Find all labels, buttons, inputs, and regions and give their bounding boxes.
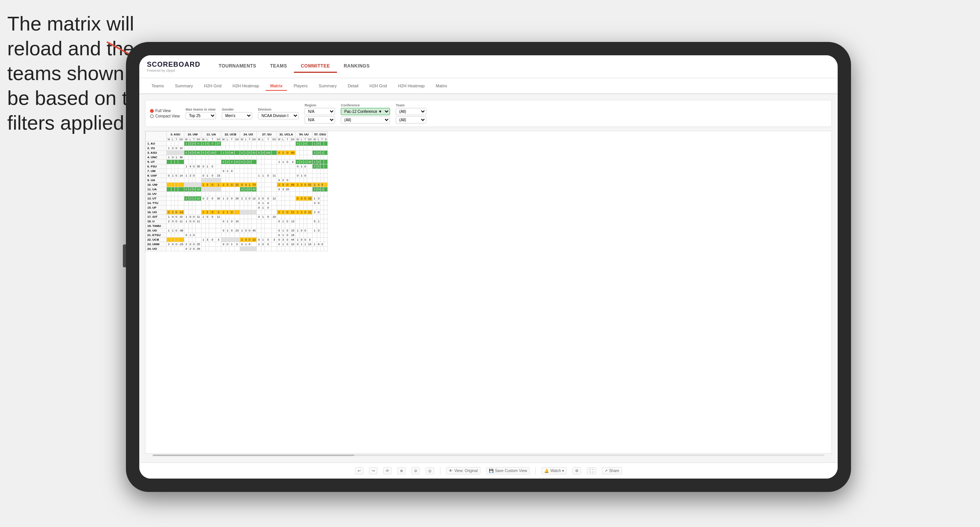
row-uw: 10. UW [146, 183, 167, 187]
row-ug: 20. UG [146, 228, 167, 233]
refresh-icon: ⟳ [386, 469, 389, 473]
table-row: 23. UNM 200-23 20025 0010 010 100 01010 … [146, 242, 328, 247]
col-ua: 11. UA [201, 132, 221, 138]
conference-filter: Conference Pac-12 Conference ▼ (All) (Al… [341, 103, 390, 124]
ucb-dif: Dif [234, 138, 240, 141]
subnav-players[interactable]: Players [289, 82, 312, 91]
max-teams-filter: Max teams in view Top 25 Top 10 Top 50 [185, 108, 216, 119]
nav-rankings[interactable]: RANKINGS [337, 60, 377, 73]
team-label: Team [396, 103, 426, 107]
row-au: 1. AU [146, 141, 167, 146]
toolbar-refresh[interactable]: ⟳ [383, 467, 392, 474]
col-osu: 57. OSU [313, 132, 328, 138]
nav-tournaments[interactable]: TOURNAMENTS [212, 60, 263, 73]
osu-dif: D [324, 138, 328, 141]
table-row: 18. U 20011 10011 01010 01013 51 [146, 219, 328, 224]
table-row: 7. UM 010 [146, 169, 328, 174]
table-row: 14. TTU 010 30 [146, 201, 328, 206]
conference-label: Conference [341, 103, 390, 107]
su-dif: Dif [271, 138, 277, 141]
row-unm: 23. UNM [146, 242, 167, 247]
table-row: 24. UO 02029 [146, 247, 328, 251]
table-row: 17. GIT 10010 10011 10011 01010 [146, 215, 328, 219]
subnav-teams[interactable]: Teams [147, 82, 168, 91]
subnav-h2h-grid2[interactable]: H2H Grid [365, 82, 392, 91]
toolbar-add[interactable]: ⊕ [397, 467, 406, 474]
subnav-summary1[interactable]: Summary [170, 82, 197, 91]
nav-committee[interactable]: COMMITTEE [294, 60, 337, 73]
table-row: 21. ETSU 010 01016 [146, 233, 328, 238]
col-uw: 10. UW [184, 132, 201, 138]
options-btn[interactable]: ⚙ [572, 467, 581, 474]
undo-icon: ↩ [358, 469, 361, 473]
row-asu: 3. ASU [146, 151, 167, 155]
team-sub-select[interactable]: (All) [396, 116, 426, 124]
options-icon: ⚙ [575, 469, 579, 473]
uw-dif: Dif [196, 138, 201, 141]
osu-t: T [321, 138, 324, 141]
watch-btn[interactable]: 🔔 Watch ▾ [542, 467, 567, 474]
uu-w: W [295, 138, 300, 141]
share-btn[interactable]: ↗ Share [602, 467, 622, 474]
subnav-matrix2[interactable]: Matrix [431, 82, 452, 91]
row-um: 7. UM [146, 169, 167, 174]
full-view-option[interactable]: Full View [150, 109, 180, 113]
compact-view-option[interactable]: Compact View [150, 114, 180, 118]
row-ttu: 14. TTU [146, 201, 167, 206]
subnav-summary2[interactable]: Summary [314, 82, 341, 91]
table-row: 2. VU 12012 [146, 146, 328, 151]
conference-sub-select[interactable]: (All) [341, 116, 390, 124]
region-select[interactable]: N/A South North [305, 108, 335, 115]
asu-l: L [171, 138, 174, 141]
nav-teams[interactable]: TEAMS [263, 60, 294, 73]
toolbar-remove[interactable]: ⊘ [411, 467, 420, 474]
gender-select[interactable]: Men's Women's [222, 112, 252, 119]
save-icon: 💾 [489, 469, 493, 473]
expand-icon: ⛶ [590, 469, 593, 473]
add-icon: ⊕ [400, 469, 403, 473]
subnav-h2h-heatmap2[interactable]: H2H Heatmap [393, 82, 429, 91]
expand-btn[interactable]: ⛶ [587, 467, 596, 474]
table-row: 3. ASU 04080 50120 2048 01052 60160 0208… [146, 151, 328, 155]
compact-view-radio[interactable] [150, 114, 154, 118]
asu-dif: Dif [178, 138, 184, 141]
division-select[interactable]: NCAA Division I NCAA Division II NCAA Di… [258, 112, 299, 119]
table-row: 11. UA 01010 34040 0320 301 [146, 187, 328, 192]
region-sub-select[interactable]: N/A [305, 116, 335, 124]
row-tamu: 19. TAMU [146, 224, 167, 228]
subnav-h2h-grid1[interactable]: H2H Grid [199, 82, 226, 91]
toolbar-target[interactable]: ◎ [426, 467, 434, 474]
toolbar-redo[interactable]: ↪ [369, 467, 377, 474]
view-original-label: View: Original [454, 469, 478, 473]
toolbar-undo[interactable]: ↩ [355, 467, 363, 474]
subnav-h2h-heatmap1[interactable]: H2H Heatmap [228, 82, 264, 91]
table-row: 6. FSU 14035 010 010 20 [146, 164, 328, 169]
ucla-dif: Dif [290, 138, 295, 141]
uw-l: L [189, 138, 192, 141]
full-view-radio[interactable] [150, 109, 154, 113]
ua-l: L [206, 138, 209, 141]
subnav-matrix[interactable]: Matrix [266, 82, 287, 91]
table-row: 12. UV [146, 192, 328, 196]
row-ua11: 11. UA [146, 187, 167, 192]
redo-icon: ↪ [372, 469, 375, 473]
row-fsu: 6. FSU [146, 164, 167, 169]
uo24-t: T [248, 138, 251, 141]
bottom-toolbar: ↩ ↪ ⟳ ⊕ ⊘ ◎ 👁 View: Original � [139, 463, 838, 479]
max-teams-select[interactable]: Top 25 Top 10 Top 50 [185, 112, 216, 119]
gender-filter: Gender Men's Women's [222, 108, 252, 119]
ucla-l: L [281, 138, 285, 141]
save-custom-view-btn[interactable]: 💾 Save Custom View [486, 467, 530, 474]
watch-icon: 🔔 [544, 469, 549, 473]
team-select[interactable]: (All) [396, 108, 426, 115]
tablet-device: SCOREBOARD Powered by clippd TOURNAMENTS… [126, 42, 851, 492]
team-filter: Team (All) (All) [396, 103, 426, 124]
max-teams-label: Max teams in view [185, 108, 216, 111]
tablet-screen: SCOREBOARD Powered by clippd TOURNAMENTS… [139, 55, 838, 479]
subnav-detail[interactable]: Detail [343, 82, 363, 91]
gender-label: Gender [222, 108, 252, 111]
view-original-btn[interactable]: 👁 View: Original [446, 467, 480, 474]
conference-select[interactable]: Pac-12 Conference ▼ (All) [341, 108, 390, 115]
matrix-scroll-area[interactable]: 3. ASU 10. UW 11. UA 22. UCB 24. UO 27. … [145, 131, 832, 454]
col-uo24: 24. UO [240, 132, 257, 138]
